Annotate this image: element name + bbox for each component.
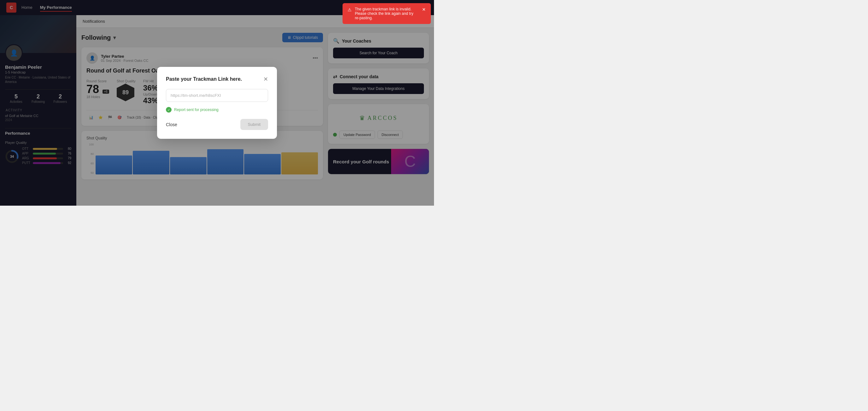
success-text: Report sent for processing bbox=[174, 107, 219, 112]
toast-close-icon[interactable]: ✕ bbox=[422, 7, 426, 12]
trackman-modal: Paste your Trackman Link here. ✕ ✓ Repor… bbox=[157, 67, 277, 139]
modal-actions: Close Submit bbox=[166, 119, 268, 130]
warning-icon: ⚠ bbox=[348, 7, 352, 12]
success-check-icon: ✓ bbox=[166, 107, 172, 113]
error-toast: ⚠ The given trackman link is invalid. Pl… bbox=[343, 3, 431, 24]
modal-close-button[interactable]: Close bbox=[166, 122, 177, 127]
toast-message: The given trackman link is invalid. Plea… bbox=[355, 7, 419, 20]
modal-title: Paste your Trackman Link here. bbox=[166, 76, 242, 82]
trackman-link-input[interactable] bbox=[166, 89, 268, 102]
modal-success-message: ✓ Report sent for processing bbox=[166, 107, 268, 113]
modal-close-icon[interactable]: ✕ bbox=[264, 76, 268, 83]
modal-submit-button[interactable]: Submit bbox=[240, 119, 268, 130]
modal-overlay: Paste your Trackman Link here. ✕ ✓ Repor… bbox=[0, 0, 434, 205]
modal-header: Paste your Trackman Link here. ✕ bbox=[166, 76, 268, 83]
